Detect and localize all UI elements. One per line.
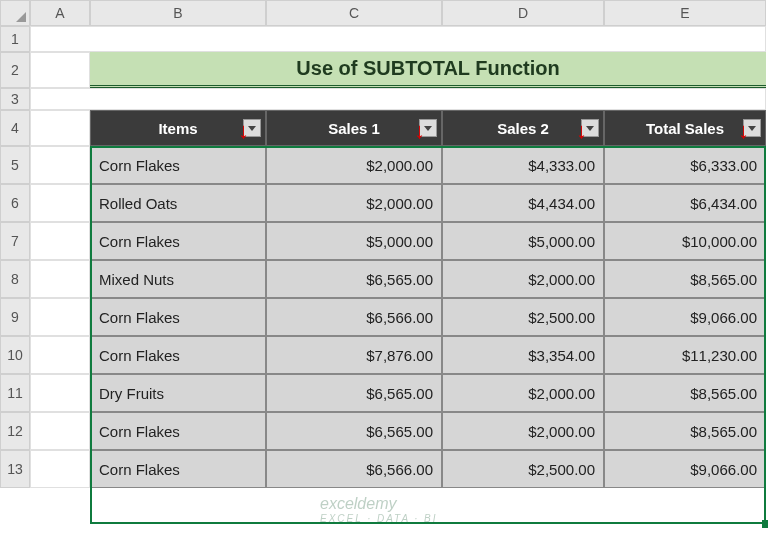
cell-total[interactable]: $9,066.00 (604, 298, 766, 336)
select-all-corner[interactable] (0, 0, 30, 26)
empty-cell[interactable] (30, 374, 90, 412)
cell-total[interactable]: $6,434.00 (604, 184, 766, 222)
cell-s2[interactable]: $2,500.00 (442, 450, 604, 488)
cell-total[interactable]: $8,565.00 (604, 412, 766, 450)
cell-s1[interactable]: $6,566.00 (266, 298, 442, 336)
cell-s1[interactable]: $2,000.00 (266, 146, 442, 184)
col-header-B[interactable]: B (90, 0, 266, 26)
row-header-13[interactable]: 13 (0, 450, 30, 488)
col-header-C[interactable]: C (266, 0, 442, 26)
cell-item[interactable]: Corn Flakes (90, 336, 266, 374)
row-header-5[interactable]: 5 (0, 146, 30, 184)
cell-item[interactable]: Corn Flakes (90, 450, 266, 488)
header-items: Items (90, 110, 266, 146)
header-sales2-label: Sales 2 (497, 120, 549, 137)
row-header-1[interactable]: 1 (0, 26, 30, 52)
cell-s2[interactable]: $2,000.00 (442, 374, 604, 412)
row-header-4[interactable]: 4 (0, 110, 30, 146)
header-sales1-label: Sales 1 (328, 120, 380, 137)
row-header-8[interactable]: 8 (0, 260, 30, 298)
cell-total[interactable]: $10,000.00 (604, 222, 766, 260)
empty-cell[interactable] (30, 298, 90, 336)
row-header-12[interactable]: 12 (0, 412, 30, 450)
empty-cell[interactable] (30, 450, 90, 488)
row-header-9[interactable]: 9 (0, 298, 30, 336)
cell-item[interactable]: Corn Flakes (90, 146, 266, 184)
row-header-10[interactable]: 10 (0, 336, 30, 374)
empty-cell[interactable] (30, 412, 90, 450)
header-total: Total Sales (604, 110, 766, 146)
cell-item[interactable]: Dry Fruits (90, 374, 266, 412)
empty-cell[interactable] (30, 52, 90, 88)
cell-total[interactable]: $11,230.00 (604, 336, 766, 374)
cell-total[interactable]: $9,066.00 (604, 450, 766, 488)
cell-s2[interactable]: $4,333.00 (442, 146, 604, 184)
cell-s2[interactable]: $5,000.00 (442, 222, 604, 260)
header-sales1: Sales 1 (266, 110, 442, 146)
cell-s2[interactable]: $3,354.00 (442, 336, 604, 374)
cell-item[interactable]: Rolled Oats (90, 184, 266, 222)
cell-s1[interactable]: $7,876.00 (266, 336, 442, 374)
cell-item[interactable]: Corn Flakes (90, 412, 266, 450)
cell-s1[interactable]: $2,000.00 (266, 184, 442, 222)
header-sales2: Sales 2 (442, 110, 604, 146)
filter-icon[interactable] (419, 119, 437, 137)
cell-item[interactable]: Corn Flakes (90, 298, 266, 336)
row-header-6[interactable]: 6 (0, 184, 30, 222)
filter-icon[interactable] (581, 119, 599, 137)
row-header-7[interactable]: 7 (0, 222, 30, 260)
filter-icon[interactable] (743, 119, 761, 137)
cell-total[interactable]: $6,333.00 (604, 146, 766, 184)
cell-s2[interactable]: $2,500.00 (442, 298, 604, 336)
header-total-label: Total Sales (646, 120, 724, 137)
col-header-A[interactable]: A (30, 0, 90, 26)
row-header-3[interactable]: 3 (0, 88, 30, 110)
empty-cell[interactable] (30, 146, 90, 184)
empty-cell[interactable] (30, 222, 90, 260)
row-header-2[interactable]: 2 (0, 52, 30, 88)
cell-s1[interactable]: $6,566.00 (266, 450, 442, 488)
watermark: exceldemy EXCEL · DATA · BI (320, 495, 438, 524)
empty-cell[interactable] (30, 110, 90, 146)
cell-item[interactable]: Mixed Nuts (90, 260, 266, 298)
cell-s2[interactable]: $2,000.00 (442, 412, 604, 450)
col-header-E[interactable]: E (604, 0, 766, 26)
cell-s1[interactable]: $6,565.00 (266, 374, 442, 412)
cell-s1[interactable]: $5,000.00 (266, 222, 442, 260)
spreadsheet-grid: A B C D E 1 2 Use of SUBTOTAL Function 3… (0, 0, 768, 488)
empty-cell[interactable] (30, 336, 90, 374)
row-header-11[interactable]: 11 (0, 374, 30, 412)
header-items-label: Items (158, 120, 197, 137)
cell-s1[interactable]: $6,565.00 (266, 412, 442, 450)
watermark-main: exceldemy (320, 495, 396, 512)
empty-cell[interactable] (30, 260, 90, 298)
empty-cell[interactable] (30, 26, 766, 52)
fill-handle[interactable] (762, 520, 768, 528)
empty-cell[interactable] (30, 184, 90, 222)
watermark-sub: EXCEL · DATA · BI (320, 513, 438, 524)
cell-s2[interactable]: $4,434.00 (442, 184, 604, 222)
filter-icon[interactable] (243, 119, 261, 137)
cell-total[interactable]: $8,565.00 (604, 260, 766, 298)
empty-cell[interactable] (30, 88, 766, 110)
title-banner: Use of SUBTOTAL Function (90, 52, 766, 88)
cell-s1[interactable]: $6,565.00 (266, 260, 442, 298)
cell-total[interactable]: $8,565.00 (604, 374, 766, 412)
cell-item[interactable]: Corn Flakes (90, 222, 266, 260)
cell-s2[interactable]: $2,000.00 (442, 260, 604, 298)
col-header-D[interactable]: D (442, 0, 604, 26)
